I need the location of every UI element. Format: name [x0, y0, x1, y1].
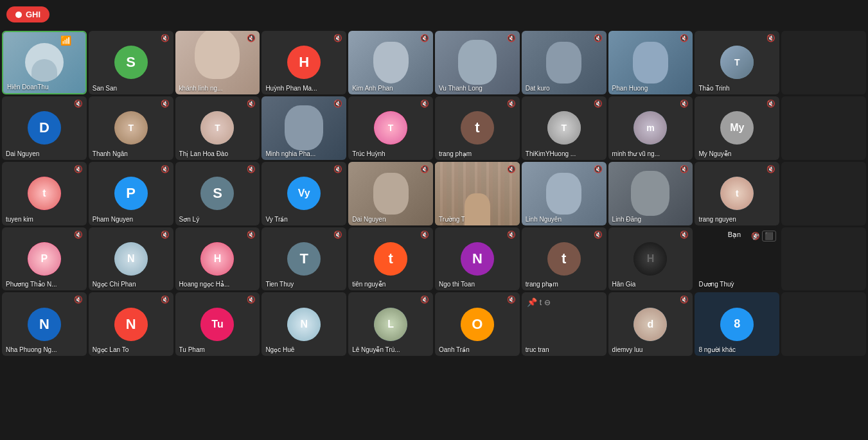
tile-ngoc-chi[interactable]: N 🔇 Ngọc Chi Phan [89, 227, 173, 291]
avatar-circle: S [114, 46, 148, 79]
mute-icon: 🔇 [507, 231, 516, 239]
avatar-circle: H [633, 242, 667, 276]
mute-icon: 🔇 [680, 231, 689, 239]
tile-linh-dang[interactable]: 🔇 Linh Đăng [608, 162, 693, 225]
tile-minh-thu[interactable]: m 🔇 minh thư vũ ng... [608, 96, 693, 160]
tile-ngoc-hue[interactable]: N Ngọc Huê [261, 292, 346, 356]
mute-icon: 🔇 [680, 34, 689, 42]
tile-thikimy[interactable]: T 🔇 ThiKimYHuong ... [522, 96, 607, 160]
avatar-circle: D [28, 111, 61, 145]
tile-dat-kuro[interactable]: 🔇 Dat kuro [522, 31, 607, 94]
tile-nha-phuong[interactable]: N 🔇 Nha Phuong Ng... [2, 292, 87, 356]
tile-thao-trinh[interactable]: T 🔇 Thảo Trinh [695, 31, 779, 94]
tile-huynh-phan[interactable]: H 🔇 Huỳnh Phan Ma... [261, 31, 346, 94]
record-indicator [15, 12, 22, 18]
tile-minh-nghia[interactable]: 🔇 Minh nghia Pha... [261, 96, 346, 160]
participant-name: Dat kuro [526, 85, 550, 92]
tile-duong-thuy[interactable]: 🔇 ⬛ Bạn ⤢ Dương Thuỳ [695, 227, 779, 291]
avatar-circle: O [461, 308, 494, 341]
participant-name: My Nguyễn [698, 150, 731, 157]
tile-pham-nguyen[interactable]: P 🔇 Pham Nguyen [89, 162, 173, 225]
expand-icon[interactable]: ⤢ [752, 231, 760, 243]
tile-trang-pham-1[interactable]: t 🔇 trang phạm [435, 96, 520, 160]
camera-icon[interactable]: ⬛ [762, 231, 776, 242]
speaking-icon: 📶 [60, 35, 71, 46]
participant-name: Minh nghia Pha... [265, 150, 315, 157]
avatar-circle: P [114, 177, 148, 210]
mute-icon: 🔇 [247, 34, 256, 42]
participant-name: Hiên DoanThu [7, 84, 48, 91]
tile-truc-tran[interactable]: 📌 t ⊖ truc tran [522, 292, 607, 356]
tile-empty-5 [781, 292, 866, 356]
mute-icon: 🔇 [161, 165, 170, 173]
tile-oanh-tran[interactable]: O 🔇 Oanh Trần [435, 292, 520, 356]
tile-vy-tran[interactable]: Vy 🔇 Vy Trần [261, 162, 346, 225]
tile-more-participants[interactable]: 8 8 người khác [695, 292, 779, 356]
tile-truc-huynh[interactable]: T 🔇 Trúc Huỳnh [348, 96, 433, 160]
mute-icon: 🔇 [420, 34, 429, 42]
participant-name: Trúc Huỳnh [352, 150, 385, 157]
avatar-circle: t [720, 177, 754, 210]
tile-ngoc-lan[interactable]: N 🔇 Ngọc Lan To [89, 292, 173, 356]
tile-khanh-linh[interactable]: 🔇 khánh linh ng... [175, 31, 260, 94]
mute-icon: 🔇 [161, 34, 170, 42]
tile-tien-nguyen[interactable]: t 🔇 tiên nguyễn [348, 227, 433, 291]
participant-name: Thanh Ngân [93, 150, 128, 157]
tile-dai-nguyen-2[interactable]: 🔇 Dai Nguyen [348, 162, 433, 225]
tile-san-san[interactable]: S 🔇 San San [89, 31, 173, 94]
avatar-circle: T [200, 111, 234, 145]
participant-name: Sơn Lý [179, 216, 200, 223]
tile-trang-nguyen[interactable]: t 🔇 trang nguyen [695, 162, 779, 225]
tile-thanh-ngan[interactable]: T 🔇 Thanh Ngân [89, 96, 173, 160]
tile-dai-nguyen-1[interactable]: D 🔇 Dai Nguyen [2, 96, 87, 160]
avatar-circle: N [461, 242, 494, 276]
tile-truong-tuyen[interactable]: 🔇 Trường Tuyến [435, 162, 520, 225]
record-button[interactable]: GHI [6, 6, 49, 22]
participant-name: Ngo thi Toan [439, 281, 475, 288]
tile-trang-pham-2[interactable]: t 🔇 trang phạm [522, 227, 607, 291]
tile-son-ly[interactable]: S 🔇 Sơn Lý [175, 162, 260, 225]
avatar-circle: t [374, 242, 407, 276]
avatar-circle: My [720, 111, 754, 145]
mute-icon: 🔇 [766, 100, 775, 108]
tile-phuong-thao[interactable]: P 🔇 Phương Thảo N... [2, 227, 87, 291]
tile-linh-nguyen[interactable]: 🔇 Linh Nguyên [522, 162, 607, 225]
participant-name: Hân Gia [612, 281, 636, 288]
participant-name: Ngọc Huê [265, 346, 294, 353]
participant-name: Phương Thảo N... [6, 281, 57, 288]
tile-ngo-thi-toan[interactable]: N 🔇 Ngo thi Toan [435, 227, 520, 291]
tile-vu-thanh-long[interactable]: 🔇 Vu Thanh Long [435, 31, 520, 94]
avatar-circle: Tu [200, 308, 234, 341]
mute-icon: 🔇 [161, 100, 170, 108]
tile-empty-3 [781, 162, 866, 225]
participant-name: Nha Phuong Ng... [6, 346, 57, 353]
participant-name: Oanh Trần [439, 346, 470, 353]
tile-phan-huong[interactable]: 🔇 Phan Huong [608, 31, 693, 94]
tile-diemvy-luu[interactable]: d 🔇 diemvy luu [608, 292, 693, 356]
tile-han-gia[interactable]: H 🔇 Hân Gia [608, 227, 693, 291]
participant-name: Linh Đăng [612, 216, 642, 223]
mute-icon: 🔇 [74, 100, 83, 108]
mute-icon: 🔇 [247, 165, 256, 173]
record-label: GHI [26, 10, 40, 19]
mute-icon: 🔇 [507, 295, 516, 304]
participant-name: Dai Nguyen [6, 150, 39, 157]
tile-my-nguyen[interactable]: My 🔇 My Nguyễn [695, 96, 779, 160]
mute-icon: 🔇 [247, 295, 256, 304]
mute-icon: 🔇 [420, 231, 429, 239]
tile-empty-1 [781, 31, 866, 94]
participant-name: khánh linh ng... [179, 85, 223, 92]
ban-label: Bạn [728, 231, 741, 239]
participant-name: Ngọc Chi Phan [93, 281, 136, 288]
participant-name: ThiKimYHuong ... [526, 150, 576, 157]
tile-tu-pham[interactable]: Tu 🔇 Tu Pham [175, 292, 260, 356]
tile-thi-lan-hoa[interactable]: T 🔇 Thị Lan Hoa Đào [175, 96, 260, 160]
tile-kim-anh[interactable]: 🔇 Kim Anh Phan [348, 31, 433, 94]
participant-name: Ngọc Lan To [93, 346, 128, 353]
tile-tien-thuy[interactable]: T 🔇 Tien Thuy [261, 227, 346, 291]
avatar-circle: S [200, 177, 234, 210]
tile-hien-doanthu[interactable]: 📶 Hiên DoanThu [2, 31, 87, 94]
tile-hoang-ngoc[interactable]: H 🔇 Hoang ngọc Hả... [175, 227, 260, 291]
tile-tuyen-kim[interactable]: t 🔇 tuyen kim [2, 162, 87, 225]
tile-le-nguyen-tru[interactable]: L 🔇 Lê Nguyễn Trú... [348, 292, 433, 356]
